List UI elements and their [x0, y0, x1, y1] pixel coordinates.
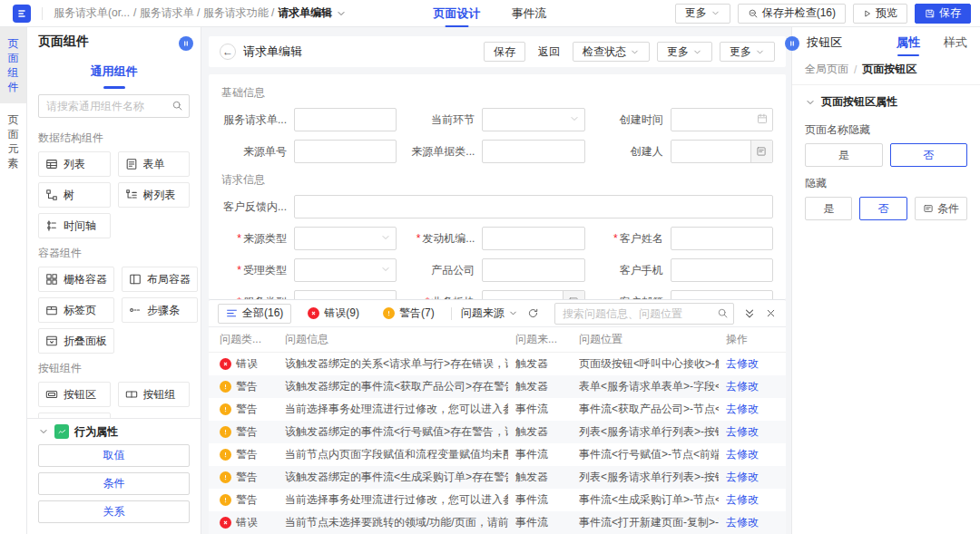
hidden-no-button[interactable]: 否 — [859, 197, 906, 220]
create-time-datepicker[interactable] — [671, 108, 773, 131]
error-icon — [308, 307, 319, 319]
behavior-value-button[interactable]: 取值 — [38, 444, 190, 467]
breadcrumb-global-page[interactable]: 全局页面 — [805, 62, 848, 77]
customer-feedback-input[interactable] — [294, 195, 773, 218]
page-name-hidden-no-button[interactable]: 否 — [890, 143, 968, 167]
form-save-button[interactable]: 保存 — [484, 42, 525, 62]
problems-tab-all[interactable]: 全部(16) — [218, 304, 291, 324]
collapse-right-panel-icon[interactable] — [785, 36, 799, 51]
customer-name-input[interactable] — [671, 227, 773, 250]
behavior-condition-button[interactable]: 条件 — [38, 472, 190, 495]
rail-item-page-elements[interactable]: 页面元素 — [0, 103, 26, 180]
breadcrumb-root[interactable]: 服务请求单(or... — [54, 5, 130, 21]
service-type-select[interactable] — [294, 290, 397, 299]
source-number-input[interactable] — [294, 140, 397, 163]
warning-icon — [220, 494, 231, 506]
chevron-down-icon — [380, 232, 391, 243]
form-back-button[interactable]: 返回 — [533, 42, 565, 62]
search-icon — [717, 307, 729, 319]
component-item-grid-container[interactable]: 栅格容器 — [38, 267, 114, 292]
field-label: *受理类型 — [221, 263, 294, 278]
back-button[interactable]: ← — [220, 44, 236, 60]
hidden-condition-button[interactable]: 条件 — [915, 197, 967, 220]
engine-number-input[interactable] — [482, 227, 584, 250]
check-status-button[interactable]: 检查状态 — [573, 42, 650, 62]
tab-styles[interactable]: 样式 — [944, 27, 967, 58]
layout-icon — [129, 273, 142, 286]
source-doc-type-input[interactable] — [482, 140, 584, 163]
go-fix-link[interactable]: 去修改 — [726, 493, 759, 506]
component-search-input[interactable] — [38, 94, 190, 118]
close-icon[interactable] — [765, 307, 777, 319]
preview-button[interactable]: 预览 — [853, 4, 907, 24]
canvas-area: ← 请求单编辑 保存 返回 检查状态 更多 更多 基础信息 服务请求单... 当… — [201, 27, 791, 534]
problems-tab-warnings[interactable]: 警告(7) — [376, 304, 442, 324]
play-icon — [863, 9, 872, 18]
go-fix-link[interactable]: 去修改 — [726, 380, 759, 393]
component-item-form[interactable]: 表单 — [118, 151, 191, 177]
go-fix-link[interactable]: 去修改 — [726, 425, 759, 438]
field-hidden: 隐藏 是 否 条件 — [792, 167, 980, 220]
go-fix-link[interactable]: 去修改 — [726, 471, 759, 483]
tab-page-design[interactable]: 页面设计 — [434, 0, 481, 27]
lookup-icon[interactable] — [750, 141, 772, 162]
product-company-input[interactable] — [482, 258, 584, 282]
component-item-list[interactable]: 列表 — [38, 151, 111, 177]
chevron-down-icon — [805, 97, 816, 108]
button-group-icon — [125, 388, 138, 401]
chevron-down-icon — [38, 426, 49, 437]
problems-search-input[interactable] — [554, 303, 734, 325]
hidden-yes-button[interactable]: 是 — [805, 197, 852, 220]
problem-source-filter[interactable]: 问题来源 — [461, 306, 518, 321]
chevron-down-icon[interactable] — [336, 8, 347, 19]
component-item-button-area[interactable]: 按钮区 — [38, 382, 111, 407]
save-button[interactable]: 保存 — [915, 4, 971, 24]
component-item-steps[interactable]: 步骤条 — [122, 297, 198, 323]
form-more-button[interactable]: 更多 — [657, 42, 712, 62]
component-item-layout-container[interactable]: 布局容器 — [122, 267, 198, 292]
components-panel-title: 页面组件 — [38, 34, 89, 50]
accept-type-select[interactable] — [294, 258, 397, 282]
business-sector-lookup[interactable] — [482, 290, 584, 299]
behavior-panel-header[interactable]: 行为属性 — [27, 419, 201, 444]
inspector-section-header[interactable]: 页面按钮区属性 — [792, 85, 980, 113]
component-item-treelist[interactable]: 树列表 — [118, 182, 191, 208]
problems-tab-errors[interactable]: 错误(9) — [300, 304, 367, 324]
component-item-tree[interactable]: 树 — [38, 182, 111, 208]
more-button[interactable]: 更多 — [675, 4, 730, 24]
component-item-tabs[interactable]: 标签页 — [38, 297, 114, 323]
tab-general-components[interactable]: 通用组件 — [89, 58, 140, 85]
required-mark: * — [613, 232, 618, 245]
customer-email-input[interactable] — [671, 290, 773, 299]
breadcrumb-path[interactable]: / 服务请求单 / 服务请求功能 / — [133, 5, 274, 21]
behavior-relation-button[interactable]: 关系 — [38, 500, 190, 523]
component-item-button-group[interactable]: 按钮组 — [118, 382, 191, 407]
page-title: 请求单编辑 — [243, 44, 302, 60]
problems-rows: 错误 该触发器绑定的关系<请求单与行>存在错误，请前往修... 触发器 页面级按… — [209, 353, 786, 534]
component-item-timeline[interactable]: 时间轴 — [38, 213, 111, 238]
service-request-input[interactable] — [294, 108, 397, 131]
go-fix-link[interactable]: 去修改 — [726, 448, 759, 461]
source-type-select[interactable] — [294, 227, 397, 250]
rail-item-page-components[interactable]: 页面组件 — [0, 27, 26, 103]
tab-event-flow[interactable]: 事件流 — [512, 0, 547, 27]
go-fix-link[interactable]: 去修改 — [726, 516, 759, 529]
lookup-icon[interactable] — [563, 291, 584, 299]
app-logo[interactable] — [13, 5, 31, 23]
collapse-panel-icon[interactable] — [743, 307, 756, 320]
component-item-collapse[interactable]: 折叠面板 — [38, 328, 114, 354]
refresh-icon[interactable] — [527, 307, 539, 319]
save-and-check-button[interactable]: 保存并检查(16) — [738, 4, 846, 24]
selected-component-label: 按钮区 — [807, 34, 842, 51]
go-fix-link[interactable]: 去修改 — [726, 403, 759, 415]
tab-properties[interactable]: 属性 — [897, 27, 920, 58]
customer-phone-input[interactable] — [671, 258, 773, 282]
collapse-left-panel-icon[interactable] — [179, 36, 193, 51]
breadcrumb-current[interactable]: 请求单编辑 — [278, 5, 332, 21]
topbar: 服务请求单(or... / 服务请求单 / 服务请求功能 / 请求单编辑 页面设… — [0, 0, 980, 27]
go-fix-link[interactable]: 去修改 — [726, 357, 759, 370]
form-more2-button[interactable]: 更多 — [720, 42, 775, 62]
page-name-hidden-yes-button[interactable]: 是 — [805, 143, 883, 167]
current-step-select[interactable] — [482, 108, 584, 131]
creator-lookup[interactable] — [671, 140, 773, 163]
